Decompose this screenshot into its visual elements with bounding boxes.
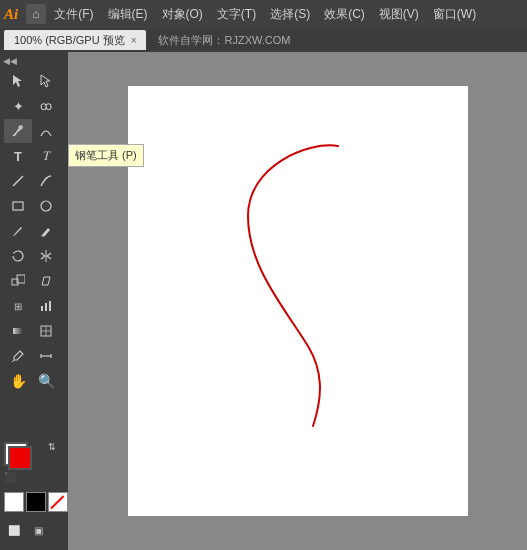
toolbar: ◀◀ ✦ ꝏ bbox=[0, 52, 68, 550]
direct-select-tool[interactable] bbox=[32, 69, 60, 93]
tab-bar: 100% (RGB/GPU 预览 × 软件自学网：RJZXW.COM bbox=[0, 28, 527, 52]
mesh-icon bbox=[39, 324, 53, 338]
tab-info: 软件自学网：RJZXW.COM bbox=[158, 33, 290, 48]
tool-row-5 bbox=[4, 169, 64, 193]
shear-tool[interactable] bbox=[32, 269, 60, 293]
tool-row-6 bbox=[4, 194, 64, 218]
menu-file[interactable]: 文件(F) bbox=[48, 4, 99, 25]
magic-wand-tool[interactable]: ✦ bbox=[4, 94, 32, 118]
menu-text[interactable]: 文字(T) bbox=[211, 4, 262, 25]
type-icon: T bbox=[14, 149, 22, 164]
zoom-tool[interactable]: 🔍 bbox=[32, 369, 60, 393]
menu-select[interactable]: 选择(S) bbox=[264, 4, 316, 25]
rotate-tool[interactable] bbox=[4, 244, 32, 268]
svg-point-5 bbox=[41, 201, 51, 211]
gradient-icon bbox=[11, 324, 25, 338]
collapse-icon: ◀◀ bbox=[3, 56, 17, 66]
scale-icon bbox=[11, 274, 25, 288]
artboard-icon: ▣ bbox=[34, 525, 43, 536]
arrow-icon bbox=[11, 74, 25, 88]
tool-row-9 bbox=[4, 269, 64, 293]
scale-tool[interactable] bbox=[4, 269, 32, 293]
menu-effect[interactable]: 效果(C) bbox=[318, 4, 371, 25]
arc-icon bbox=[39, 174, 53, 188]
pencil-tool[interactable] bbox=[32, 219, 60, 243]
magic-wand-icon: ✦ bbox=[13, 99, 24, 114]
tool-row-8 bbox=[4, 244, 64, 268]
canvas-svg bbox=[128, 86, 468, 516]
curvature-tool[interactable] bbox=[32, 119, 60, 143]
symbol-icon: ⊞ bbox=[14, 301, 22, 312]
ellipse-icon bbox=[39, 199, 53, 213]
eyedropper-tool[interactable] bbox=[4, 344, 32, 368]
stroke-swatch[interactable] bbox=[8, 446, 32, 470]
tab-label: 100% (RGB/GPU 预览 bbox=[14, 33, 125, 48]
screen-mode-tool[interactable]: ⬜ bbox=[4, 520, 24, 540]
canvas-area[interactable] bbox=[68, 52, 527, 550]
menu-bar: Ai ⌂ 文件(F) 编辑(E) 对象(O) 文字(T) 选择(S) 效果(C)… bbox=[0, 0, 527, 28]
tool-row-12 bbox=[4, 344, 64, 368]
tool-row-4: T 𝑇 bbox=[4, 144, 64, 168]
tool-row-11 bbox=[4, 319, 64, 343]
reset-colors-icon[interactable]: ⬛ bbox=[4, 472, 15, 482]
measure-tool[interactable] bbox=[32, 344, 60, 368]
menu-edit[interactable]: 编辑(E) bbox=[102, 4, 154, 25]
svg-marker-6 bbox=[13, 252, 15, 254]
black-swatch[interactable] bbox=[26, 492, 46, 512]
paintbrush-tool[interactable] bbox=[4, 219, 32, 243]
ai-logo: Ai bbox=[4, 6, 18, 23]
graph-icon bbox=[39, 299, 53, 313]
svg-line-17 bbox=[12, 360, 14, 362]
hand-icon: ✋ bbox=[10, 373, 27, 389]
pen-icon bbox=[11, 124, 25, 138]
svg-rect-13 bbox=[13, 328, 23, 334]
select-tool[interactable] bbox=[4, 69, 32, 93]
active-tab[interactable]: 100% (RGB/GPU 预览 × bbox=[4, 30, 146, 50]
tool-row-7 bbox=[4, 219, 64, 243]
rectangle-tool[interactable] bbox=[4, 194, 32, 218]
tool-row-1 bbox=[4, 69, 64, 93]
collapse-arrow[interactable]: ◀◀ bbox=[0, 56, 68, 66]
mesh-tool[interactable] bbox=[32, 319, 60, 343]
symbol-tool[interactable]: ⊞ bbox=[4, 294, 32, 318]
home-button[interactable]: ⌂ bbox=[26, 4, 46, 24]
line-tool[interactable] bbox=[4, 169, 32, 193]
reflect-tool[interactable] bbox=[32, 244, 60, 268]
svg-rect-11 bbox=[45, 303, 47, 311]
lasso-tool[interactable]: ꝏ bbox=[32, 94, 60, 118]
svg-line-3 bbox=[13, 176, 23, 186]
white-swatch[interactable] bbox=[4, 492, 24, 512]
vertical-type-tool[interactable]: 𝑇 bbox=[32, 144, 60, 168]
menu-object[interactable]: 对象(O) bbox=[156, 4, 209, 25]
tool-row-3 bbox=[4, 119, 64, 143]
menu-window[interactable]: 窗口(W) bbox=[427, 4, 482, 25]
menu-view[interactable]: 视图(V) bbox=[373, 4, 425, 25]
tool-row-13: ✋ 🔍 bbox=[4, 369, 64, 393]
line-icon bbox=[11, 174, 25, 188]
tool-row-10: ⊞ bbox=[4, 294, 64, 318]
arc-tool[interactable] bbox=[32, 169, 60, 193]
artboard-tool[interactable]: ▣ bbox=[28, 520, 48, 540]
zoom-icon: 🔍 bbox=[38, 373, 55, 389]
bottom-tool-row: ⬜ ▣ bbox=[4, 520, 48, 540]
svg-marker-1 bbox=[41, 75, 50, 87]
tab-close-button[interactable]: × bbox=[131, 35, 137, 46]
none-swatch[interactable] bbox=[48, 492, 68, 512]
swap-colors-icon[interactable]: ⇅ bbox=[48, 442, 56, 452]
main-layout: ◀◀ ✦ ꝏ bbox=[0, 52, 527, 550]
type-tool[interactable]: T bbox=[4, 144, 32, 168]
eyedropper-icon bbox=[11, 349, 25, 363]
graph-tool[interactable] bbox=[32, 294, 60, 318]
gradient-tool[interactable] bbox=[4, 319, 32, 343]
canvas[interactable] bbox=[128, 86, 468, 516]
rotate-icon bbox=[11, 249, 25, 263]
rectangle-icon bbox=[11, 199, 25, 213]
color-stack: ⇅ ⬛ bbox=[4, 442, 58, 482]
reflect-icon bbox=[39, 249, 53, 263]
ellipse-tool[interactable] bbox=[32, 194, 60, 218]
svg-rect-12 bbox=[49, 301, 51, 311]
hand-tool[interactable]: ✋ bbox=[4, 369, 32, 393]
vertical-type-icon: 𝑇 bbox=[43, 148, 50, 164]
svg-rect-4 bbox=[13, 202, 23, 210]
pen-tool[interactable] bbox=[4, 119, 32, 143]
